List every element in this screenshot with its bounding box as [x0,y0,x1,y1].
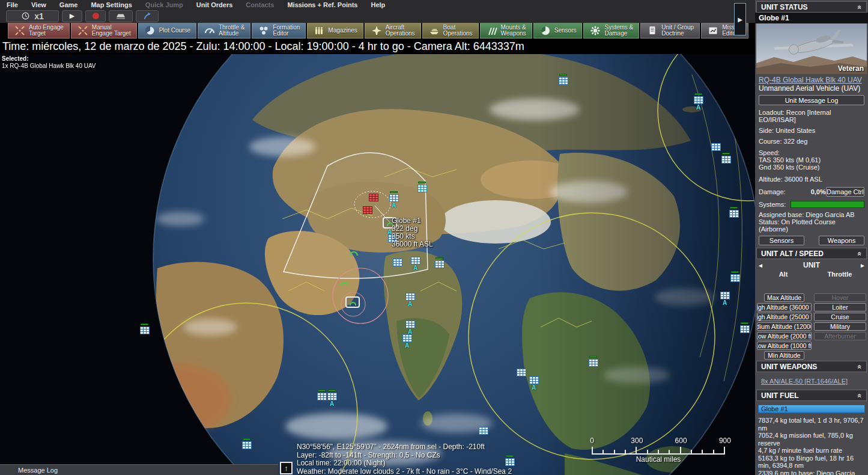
collapse-chevron-icon: « [856,5,864,9]
facility-icon[interactable] [721,156,731,164]
unit-speed-gnd: Gnd 350 kts (Cruise) [759,164,864,171]
aircraft-operations-icon [371,25,383,37]
aircraft-operations-button[interactable]: AircraftOperations [365,23,421,38]
menu-file[interactable]: File [0,1,25,8]
air-marker: A [723,300,727,306]
facility-icon[interactable]: A [694,96,703,104]
air-marker: A [413,265,417,271]
jump-to-unit-button[interactable] [136,10,159,22]
menu-view[interactable]: View [25,1,53,8]
facility-icon[interactable] [317,393,327,400]
mounts-weapons-button[interactable]: Mounts &Weapons [480,23,532,38]
facility-icon[interactable] [559,77,568,85]
unit-fuel-header[interactable]: UNIT FUEL « [756,390,867,401]
facility-icon[interactable] [711,143,721,151]
hostile-facility-icon[interactable] [369,194,378,201]
boat-operations-button[interactable]: BoatOperations [422,23,479,38]
next-unit-arrow[interactable]: ► [858,262,867,269]
air-marker: A [532,385,536,391]
alt-button-high-altitude-36000-ft[interactable]: High Altitude (36000 ft) [757,303,812,311]
facility-icon[interactable]: A [405,320,415,328]
facility-icon[interactable] [517,369,526,376]
unit-database-link[interactable]: RQ-4B Global Hawk Blk 40 UAV [759,76,864,84]
damage-ctrl-button[interactable]: Damage Ctrl [826,187,864,197]
expand-message-log-button[interactable]: ↑ [280,462,293,474]
cursor-info-line: N30°58'56", E125°59'07" - 2624nm from se… [297,443,512,452]
facility-icon[interactable] [729,210,739,218]
alt-button-high-altitude-25000-ft[interactable]: High Altitude (25000 ft) [757,313,812,321]
sensors-button[interactable]: Sensors [759,236,804,245]
map-panel-button[interactable] [109,10,133,22]
plot-course-button[interactable]: Plot Course [138,23,196,38]
menu-map-settings[interactable]: Map Settings [84,1,138,8]
throttle-button-afterburner: Afterburner [814,332,866,340]
facility-icon[interactable]: A [720,292,730,299]
message-log-bar[interactable]: Message Log [0,464,278,475]
alt-button-medium-altitude-12000-ft[interactable]: Medium Altitude (12000 ft) [757,322,812,331]
facility-icon[interactable] [730,274,740,282]
facility-symbol [529,376,539,384]
facility-icon[interactable]: A [389,194,399,202]
menu-missions-ref-points[interactable]: Missions + Ref. Points [281,1,364,8]
menu-help[interactable]: Help [364,1,392,8]
unit-alt-speed-header[interactable]: UNIT ALT / SPEED « [756,248,867,259]
fuel-selected-unit[interactable]: Globe #1 [758,405,865,413]
selected-unit-map-label: Globe #1 322 deg 350 kts 36000 ft ASL [392,217,433,248]
unit-weapons-header[interactable]: UNIT WEAPONS « [756,361,867,372]
facility-symbol [402,334,412,342]
play-button[interactable]: ▶ [62,10,82,22]
throttle-button-military[interactable]: Military [814,322,866,331]
radar-site-icon[interactable] [350,251,358,256]
sensors-button[interactable]: Sensors [533,23,583,38]
alt-button-min-altitude[interactable]: Min Altitude [764,351,804,360]
prev-unit-arrow[interactable]: ◄ [756,262,765,269]
facility-icon[interactable]: A [402,334,412,342]
systems-label: Systems: [759,201,786,208]
neutral-facility-icon[interactable] [417,185,427,192]
radar-site-icon[interactable] [341,282,349,286]
unit-message-log-button[interactable]: Unit Message Log [759,95,864,105]
record-button[interactable] [85,10,106,22]
facility-icon[interactable] [589,359,598,367]
weapon-entry-link[interactable]: 8x AN/ALE-50 [RT-1646/ALE] [761,378,868,385]
facility-icon[interactable]: A [405,293,415,301]
manual-engage-target-button[interactable]: ManualEngage Target [71,23,137,38]
damage-value: 0,0% [811,188,826,195]
menu-unit-orders[interactable]: Unit Orders [190,1,240,8]
map-label-altitude: 36000 ft ASL [392,241,433,248]
facility-icon[interactable] [140,326,150,334]
alt-throttle-columns: Max AltitudeHigh Altitude (36000 ft)High… [757,293,866,360]
facility-symbol [417,185,427,192]
throttle-button-cruise[interactable]: Cruise [814,313,866,321]
world-map[interactable]: AAAAAAAAAA Time: miércoles, 12 de marzo … [0,38,755,475]
facility-icon[interactable] [393,259,402,266]
sidebar-collapse-button[interactable]: ▶ [734,3,746,35]
alt-button-low-altitude-2000-ft[interactable]: Low Altitude (2000 ft) [757,332,812,340]
systems-damage-button[interactable]: Systems &Damage [583,23,639,38]
facility-symbol [405,320,415,328]
throttle-altitude-button[interactable]: Throttle &Altitude [198,23,250,38]
menu-game[interactable]: Game [53,1,85,8]
selected-unit-icon[interactable] [345,296,360,308]
unit-status-header[interactable]: UNIT STATUS « [756,1,867,13]
unit-group-doctrine-button[interactable]: Unit / GroupDoctrine [640,23,700,38]
magazines-button[interactable]: Magazines [307,23,363,38]
throttle-button-loiter[interactable]: Loiter [814,303,866,311]
facility-icon[interactable] [435,260,445,268]
systems-damage-icon [589,25,601,37]
alt-button-max-altitude[interactable]: Max Altitude [764,293,804,302]
auto-engage-target-button[interactable]: Auto EngageTarget [8,23,70,38]
facility-icon[interactable] [479,427,488,435]
facility-icon[interactable] [242,441,252,449]
hostile-facility-icon[interactable] [363,206,372,214]
time-compression-button[interactable]: x1 [6,10,59,22]
formation-editor-button[interactable]: FormationEditor [252,23,306,38]
weapons-button[interactable]: Weapons [819,236,864,245]
fuel-box: Globe #1 7837,4 kg total fuel, 1 d 3 hr,… [758,405,865,475]
alt-button-low-altitude-1000-ft[interactable]: Low Altitude (1000 ft) [757,342,812,350]
facility-icon[interactable] [740,325,750,333]
facility-icon[interactable]: A [411,257,420,265]
scale-tick [592,447,593,453]
facility-icon[interactable]: A [327,393,337,400]
facility-icon[interactable]: A [529,376,539,384]
